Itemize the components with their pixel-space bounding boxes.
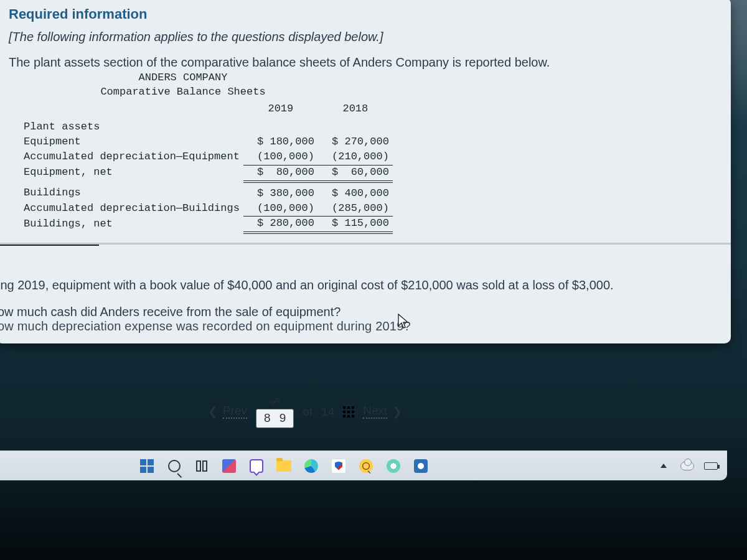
next-button[interactable]: Next ❯ <box>363 404 402 420</box>
col-year-2018: 2018 <box>318 101 393 120</box>
taskbar <box>0 450 727 480</box>
intro-note: [The following information applies to th… <box>9 30 718 44</box>
row-2019: $ 380,000 <box>243 182 318 202</box>
page-number: 9 <box>280 411 286 425</box>
row-2018: (210,000) <box>318 150 393 165</box>
row-label: Accumulated depreciation—Equipment <box>20 150 243 165</box>
task-view-icon[interactable] <box>194 459 209 474</box>
prev-label: Prev <box>223 404 247 419</box>
row-label: Equipment, net <box>20 165 243 181</box>
table-row: Buildings $ 380,000 $ 400,000 <box>20 182 393 202</box>
row-2019: (100,000) <box>243 150 318 165</box>
lead-sentence: The plant assets section of the comparat… <box>9 55 718 70</box>
row-2018: $ 400,000 <box>318 182 393 202</box>
mouse-cursor-icon <box>397 314 410 330</box>
section-label: Plant assets <box>20 120 243 135</box>
link-chain-icon: ☍ <box>270 396 280 408</box>
balance-sheet-table: 2019 2018 Plant assets Equipment $ 180,0… <box>20 101 393 235</box>
chat-icon[interactable] <box>249 459 264 474</box>
battery-icon[interactable] <box>703 459 718 474</box>
chevron-right-icon: ❯ <box>392 404 402 419</box>
search-icon[interactable] <box>167 459 182 474</box>
statement-title: Comparative Balance Sheets <box>9 85 357 100</box>
security-shield-icon[interactable] <box>331 459 346 474</box>
table-row: Equipment $ 180,000 $ 270,000 <box>20 135 393 150</box>
row-2019: $ 180,000 <box>243 135 318 150</box>
pager: ❮ Prev ☍ 8 9 of 14 Next ❯ <box>208 396 402 428</box>
table-row-subtotal: Equipment, net $ 80,000 $ 60,000 <box>20 165 393 181</box>
divider-shadow <box>0 245 731 246</box>
widgets-icon[interactable] <box>222 459 237 474</box>
start-button[interactable] <box>139 459 154 474</box>
of-label: of <box>303 405 312 419</box>
row-2018: $ 115,000 <box>318 217 393 233</box>
row-2019: $ 80,000 <box>243 165 318 181</box>
edge-browser-icon[interactable] <box>304 459 319 474</box>
page-total: 14 <box>321 405 334 419</box>
worksheet-panel: Required information [The following info… <box>0 0 731 343</box>
row-label: Equipment <box>20 135 243 150</box>
row-2018: $ 270,000 <box>318 135 393 150</box>
camera-app-icon[interactable] <box>413 459 428 474</box>
row-label: Buildings <box>20 182 243 202</box>
question-1: ow much cash did Anders receive from the… <box>0 305 718 319</box>
col-year-2019: 2019 <box>243 101 318 120</box>
tray-chevron-icon[interactable] <box>656 459 671 474</box>
page-number: 8 <box>264 411 271 425</box>
table-row: Accumulated depreciation—Equipment (100,… <box>20 150 393 165</box>
expand-app-icon[interactable] <box>386 459 401 474</box>
question-block: ing 2019, equipment with a book value of… <box>0 278 718 334</box>
table-row: Accumulated depreciation—Buildings (100,… <box>20 202 393 217</box>
chevron-left-icon: ❮ <box>208 404 218 419</box>
page-number-group: ☍ 8 9 <box>256 396 294 428</box>
question-context: ing 2019, equipment with a book value of… <box>0 278 718 292</box>
page-numbers[interactable]: 8 9 <box>256 409 294 428</box>
balance-sheet: ANDERS COMPANY Comparative Balance Sheet… <box>9 71 718 234</box>
next-label: Next <box>363 404 387 419</box>
year-header-row: 2019 2018 <box>20 101 393 120</box>
file-explorer-icon[interactable] <box>276 459 291 474</box>
section-heading: Required information <box>9 6 718 22</box>
row-label: Accumulated depreciation—Buildings <box>20 202 243 217</box>
grid-icon[interactable] <box>343 406 354 418</box>
onedrive-cloud-icon[interactable] <box>680 459 695 474</box>
company-name: ANDERS COMPANY <box>9 71 357 85</box>
question-2: ow much depreciation expense was recorde… <box>0 319 718 334</box>
row-2019: (100,000) <box>243 202 318 217</box>
row-2019: $ 280,000 <box>243 217 318 233</box>
prev-button[interactable]: ❮ Prev <box>208 404 247 420</box>
zoom-app-icon[interactable] <box>359 459 374 474</box>
table-row-subtotal: Buildings, net $ 280,000 $ 115,000 <box>20 217 393 233</box>
section-row: Plant assets <box>20 120 393 135</box>
row-2018: $ 60,000 <box>318 165 393 181</box>
row-2018: (285,000) <box>318 202 393 217</box>
row-label: Buildings, net <box>20 217 243 233</box>
